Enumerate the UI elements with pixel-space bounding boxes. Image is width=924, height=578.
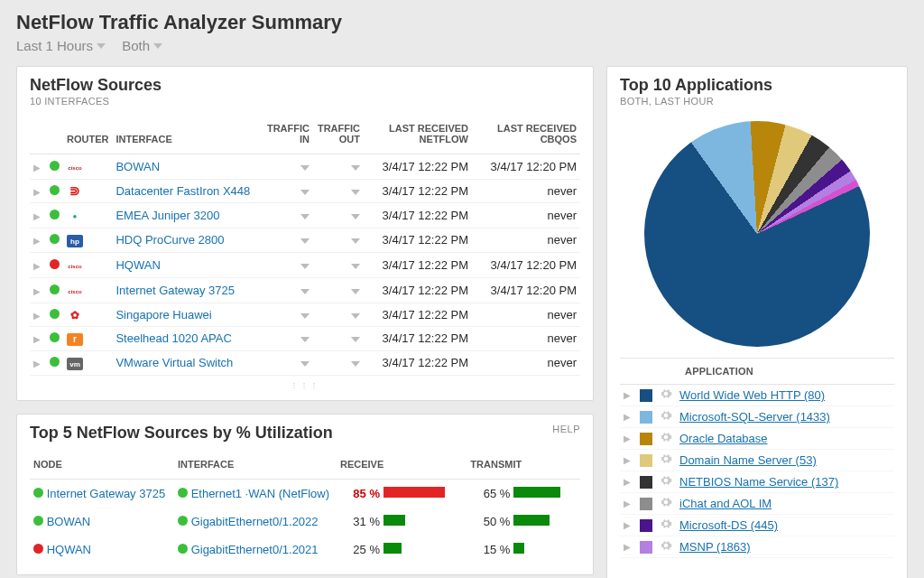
- table-row[interactable]: ▶✿Singapore Huawei3/4/17 12:22 PMnever: [30, 303, 580, 327]
- device-link[interactable]: HDQ ProCurve 2800: [116, 233, 224, 247]
- expand-icon[interactable]: ▶: [33, 359, 41, 368]
- app-link[interactable]: World Wide Web HTTP (80): [679, 388, 825, 402]
- col-last-cbqos[interactable]: LAST RECEIVED CBQOS: [472, 117, 580, 154]
- resize-handle[interactable]: ⋮⋮⋮: [30, 381, 580, 389]
- gear-icon[interactable]: [660, 452, 672, 468]
- col-interface[interactable]: INTERFACE: [112, 117, 263, 154]
- legend-row[interactable]: ▶Oracle Database: [620, 428, 894, 450]
- expand-icon[interactable]: ▶: [33, 236, 41, 246]
- device-link[interactable]: BOWAN: [116, 160, 160, 173]
- gear-icon[interactable]: [660, 517, 672, 533]
- traffic-in-dropdown[interactable]: [263, 278, 313, 303]
- col-traffic-out[interactable]: TRAFFIC OUT: [313, 117, 364, 154]
- col-transmit[interactable]: TRANSMIT: [467, 453, 580, 480]
- gear-icon[interactable]: [660, 431, 672, 446]
- interface-link[interactable]: GigabitEthernet0/1.2021: [191, 543, 319, 556]
- expand-icon[interactable]: ▶: [33, 187, 41, 197]
- device-link[interactable]: Internet Gateway 3725: [116, 284, 235, 297]
- gear-icon[interactable]: [660, 409, 672, 424]
- node-link[interactable]: HQWAN: [47, 543, 91, 556]
- expand-icon[interactable]: ▶: [33, 261, 41, 271]
- traffic-in-dropdown[interactable]: [263, 253, 313, 278]
- app-link[interactable]: Domain Name Server (53): [679, 453, 817, 467]
- table-row[interactable]: ▶hpHDQ ProCurve 28003/4/17 12:22 PMnever: [30, 228, 580, 253]
- interface-link[interactable]: GigabitEthernet0/1.2022: [191, 515, 319, 528]
- time-filter[interactable]: Last 1 Hours: [16, 38, 106, 53]
- expand-icon[interactable]: ▶: [33, 211, 41, 221]
- table-row[interactable]: BOWAN GigabitEthernet0/1.202231 % 50 %: [30, 508, 580, 536]
- traffic-out-dropdown[interactable]: [313, 278, 364, 303]
- device-link[interactable]: Singapore Huawei: [116, 308, 211, 322]
- traffic-in-dropdown[interactable]: [263, 327, 313, 351]
- table-row[interactable]: ▶rSteelhead 1020 APAC3/4/17 12:22 PMneve…: [30, 327, 580, 351]
- expand-icon[interactable]: ▶: [33, 286, 41, 296]
- node-link[interactable]: BOWAN: [47, 515, 91, 528]
- table-row[interactable]: ▶ciscoInternet Gateway 37253/4/17 12:22 …: [30, 278, 580, 303]
- col-receive[interactable]: RECEIVE: [337, 453, 467, 480]
- expand-icon[interactable]: ▶: [624, 520, 633, 530]
- gear-icon[interactable]: [660, 496, 672, 511]
- col-node[interactable]: NODE: [30, 453, 174, 480]
- help-link[interactable]: HELP: [552, 424, 580, 434]
- legend-row[interactable]: ▶iChat and AOL IM: [620, 493, 894, 515]
- traffic-out-dropdown[interactable]: [313, 180, 364, 203]
- gear-icon[interactable]: [660, 474, 672, 489]
- table-row[interactable]: ▶⋑Datacenter FastIron X4483/4/17 12:22 P…: [30, 180, 580, 203]
- expand-icon[interactable]: ▶: [624, 542, 633, 552]
- legend-row[interactable]: ▶NETBIOS Name Service (137): [620, 471, 894, 493]
- traffic-in-dropdown[interactable]: [263, 303, 313, 327]
- expand-icon[interactable]: ▶: [624, 499, 633, 508]
- app-link[interactable]: NETBIOS Name Service (137): [679, 475, 838, 489]
- expand-icon[interactable]: ▶: [624, 455, 633, 465]
- legend-row[interactable]: ▶World Wide Web HTTP (80): [620, 385, 894, 406]
- expand-icon[interactable]: ▶: [624, 390, 633, 400]
- traffic-out-dropdown[interactable]: [313, 253, 364, 278]
- legend-row[interactable]: ▶Domain Name Server (53): [620, 450, 894, 471]
- device-link[interactable]: EMEA Juniper 3200: [116, 209, 219, 222]
- traffic-in-dropdown[interactable]: [263, 203, 313, 228]
- col-interface[interactable]: INTERFACE: [174, 453, 337, 480]
- table-row[interactable]: ▶●EMEA Juniper 32003/4/17 12:22 PMnever: [30, 203, 580, 228]
- app-link[interactable]: Microsoft-DS (445): [679, 518, 778, 532]
- traffic-in-dropdown[interactable]: [263, 154, 313, 180]
- expand-icon[interactable]: ▶: [624, 412, 633, 422]
- apps-pie-chart[interactable]: [644, 121, 870, 347]
- table-row[interactable]: HQWAN GigabitEthernet0/1.202125 % 15 %: [30, 536, 580, 564]
- traffic-in-dropdown[interactable]: [263, 228, 313, 253]
- app-link[interactable]: Microsoft-SQL-Server (1433): [679, 410, 830, 424]
- table-row[interactable]: ▶ciscoHQWAN3/4/17 12:22 PM3/4/17 12:20 P…: [30, 253, 580, 278]
- traffic-out-dropdown[interactable]: [313, 154, 364, 180]
- app-link[interactable]: iChat and AOL IM: [679, 497, 772, 510]
- expand-icon[interactable]: ▶: [33, 163, 41, 172]
- interface-link[interactable]: Ethernet1 ·WAN (NetFlow): [191, 487, 329, 500]
- table-row[interactable]: ▶vmVMware Virtual Switch3/4/17 12:22 PMn…: [30, 350, 580, 376]
- table-row[interactable]: Internet Gateway 3725 Ethernet1 ·WAN (Ne…: [30, 480, 580, 508]
- legend-row[interactable]: ▶MSNP (1863): [620, 536, 894, 558]
- traffic-in-dropdown[interactable]: [263, 180, 313, 203]
- col-last-netflow[interactable]: LAST RECEIVED NETFLOW: [364, 117, 472, 154]
- device-link[interactable]: HQWAN: [116, 258, 160, 272]
- device-link[interactable]: Datacenter FastIron X448: [116, 184, 250, 198]
- direction-filter[interactable]: Both: [122, 38, 162, 53]
- legend-row[interactable]: ▶Microsoft-DS (445): [620, 515, 894, 536]
- app-link[interactable]: Oracle Database: [679, 432, 768, 445]
- traffic-out-dropdown[interactable]: [313, 350, 364, 376]
- device-link[interactable]: Steelhead 1020 APAC: [116, 331, 231, 345]
- gear-icon[interactable]: [660, 539, 672, 555]
- app-link[interactable]: MSNP (1863): [679, 540, 751, 554]
- expand-icon[interactable]: ▶: [624, 434, 633, 443]
- traffic-out-dropdown[interactable]: [313, 228, 364, 253]
- table-row[interactable]: ▶ciscoBOWAN3/4/17 12:22 PM3/4/17 12:20 P…: [30, 154, 580, 180]
- expand-icon[interactable]: ▶: [33, 311, 41, 321]
- gear-icon[interactable]: [660, 387, 672, 403]
- col-traffic-in[interactable]: TRAFFIC IN: [263, 117, 313, 154]
- legend-row[interactable]: ▶Microsoft-SQL-Server (1433): [620, 406, 894, 428]
- legend-header[interactable]: APPLICATION: [620, 358, 894, 385]
- traffic-out-dropdown[interactable]: [313, 203, 364, 228]
- traffic-in-dropdown[interactable]: [263, 350, 313, 376]
- traffic-out-dropdown[interactable]: [313, 303, 364, 327]
- traffic-out-dropdown[interactable]: [313, 327, 364, 351]
- expand-icon[interactable]: ▶: [33, 334, 41, 344]
- col-router[interactable]: ROUTER: [63, 117, 112, 154]
- device-link[interactable]: VMware Virtual Switch: [116, 356, 233, 369]
